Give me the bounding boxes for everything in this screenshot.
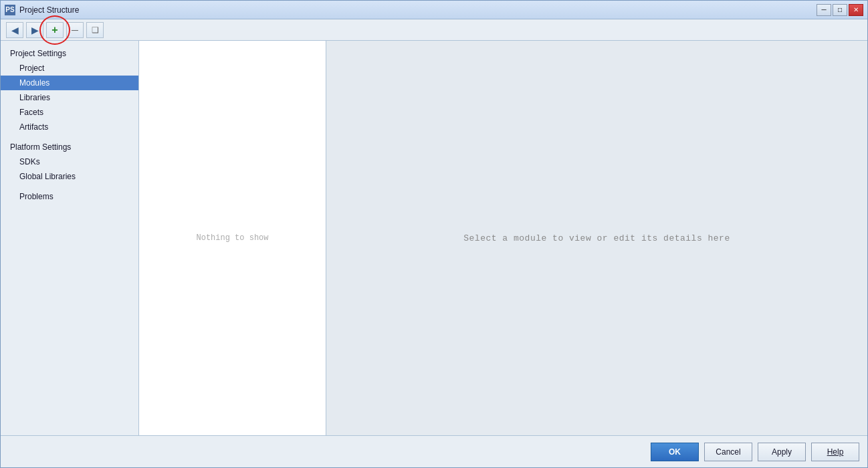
main-content: Project Settings Project Modules Librari… <box>1 41 867 435</box>
maximize-button[interactable]: □ <box>833 4 847 16</box>
copy-icon: ❑ <box>92 25 99 35</box>
window-controls: ─ □ ✕ <box>817 4 863 16</box>
sidebar-divider-2 <box>1 184 138 189</box>
copy-module-button[interactable]: ❑ <box>86 22 104 38</box>
help-button[interactable]: Help <box>811 443 859 461</box>
project-settings-section: Project Settings <box>1 46 138 61</box>
sidebar-item-problems[interactable]: Problems <box>1 189 138 204</box>
empty-state-text: Nothing to show <box>196 233 268 243</box>
add-module-button[interactable]: + <box>46 22 64 38</box>
nav-bar: ◀ ▶ + ─ ❑ <box>1 19 867 41</box>
sidebar-item-facets[interactable]: Facets <box>1 105 138 120</box>
sidebar-item-artifacts[interactable]: Artifacts <box>1 120 138 134</box>
cancel-button[interactable]: Cancel <box>704 443 752 461</box>
back-button[interactable]: ◀ <box>6 22 23 38</box>
sidebar-divider <box>1 134 138 140</box>
close-button[interactable]: ✕ <box>849 4 863 16</box>
window-icon: PS <box>5 5 15 15</box>
remove-icon: ─ <box>72 25 78 35</box>
remove-module-button[interactable]: ─ <box>66 22 84 38</box>
sidebar-item-project[interactable]: Project <box>1 61 138 76</box>
title-bar: PS Project Structure ─ □ ✕ <box>1 1 867 19</box>
minimize-button[interactable]: ─ <box>817 4 831 16</box>
sidebar-item-libraries[interactable]: Libraries <box>1 90 138 105</box>
sidebar-item-sdks[interactable]: SDKs <box>1 154 138 169</box>
module-hint-text: Select a module to view or edit its deta… <box>463 233 730 243</box>
main-window: PS Project Structure ─ □ ✕ ◀ ▶ + ─ ❑ <box>0 0 868 468</box>
add-btn-wrapper: + <box>46 22 64 38</box>
forward-button[interactable]: ▶ <box>26 22 43 38</box>
platform-settings-section: Platform Settings <box>1 140 138 154</box>
center-panel: Nothing to show <box>139 41 326 435</box>
sidebar-item-modules[interactable]: Modules <box>1 76 138 90</box>
add-icon: + <box>51 24 58 36</box>
window-title: Project Structure <box>19 5 79 15</box>
forward-icon: ▶ <box>31 25 39 35</box>
back-icon: ◀ <box>11 25 19 35</box>
apply-button[interactable]: Apply <box>758 443 806 461</box>
right-panel: Select a module to view or edit its deta… <box>326 41 867 435</box>
sidebar: Project Settings Project Modules Librari… <box>1 41 139 435</box>
ok-button[interactable]: OK <box>651 443 699 461</box>
bottom-bar: OK Cancel Apply Help <box>1 435 867 467</box>
sidebar-item-global-libraries[interactable]: Global Libraries <box>1 169 138 184</box>
title-bar-left: PS Project Structure <box>5 5 79 15</box>
